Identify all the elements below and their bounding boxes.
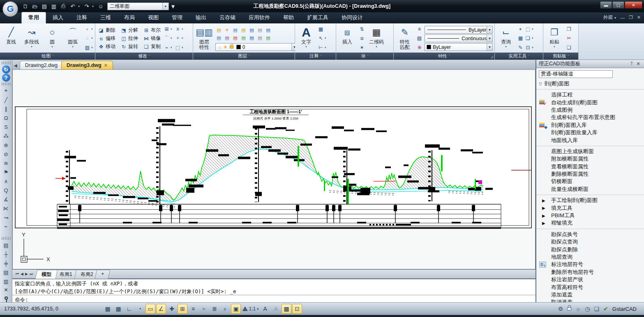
panel-item-附加横断面属性[interactable]: 附加横断面属性 [536,155,644,163]
draw-extra-icon-2[interactable]: ▨ [84,44,91,51]
annotation-auto-toggle[interactable]: A [260,304,270,314]
panel-item-添加遮盖[interactable]: 添加遮盖 [536,291,644,299]
lineweight-combobox[interactable]: ByLayer▼ [425,26,493,34]
user-icon[interactable]: ☺ [97,2,105,10]
chevron-down-icon[interactable]: ▼ [162,3,169,10]
lock-ui-icon[interactable] [567,307,571,310]
text-button[interactable]: A文字▾ [297,25,316,52]
ribbon-tab-扩展工具[interactable]: 扩展工具 [300,12,335,23]
settings-icon[interactable]: ⚙ [558,306,563,312]
annotation-visibility-toggle[interactable]: A [271,304,281,314]
snap-tool-icon-15[interactable]: ⌁ [1,222,11,231]
panel-item-标注地层符号[interactable]: ①₂标注地层符号 [536,261,644,268]
panel-label-layer[interactable]: 图层ˇ [193,53,295,60]
draw-直线-button[interactable]: ╱直线 [2,25,21,52]
layer-tool-icon-3[interactable]: ▤ [240,27,247,34]
toolbar-grip[interactable] [2,83,11,85]
qrcode-button[interactable]: ▦二维码▾ [367,25,386,52]
utilities-icon-0[interactable]: ⌖ [517,26,524,33]
properties-toggle[interactable]: ≣ [210,304,219,314]
layout-tab-模型[interactable]: 模型 [35,270,58,279]
panel-label-modify[interactable]: 修改ˇ [95,53,193,60]
layer-combobox[interactable]: ☼☀0▼ [215,43,298,51]
section-tool-icon-1[interactable]: ┼ [1,250,11,259]
panel-close-icon[interactable]: ✕ [635,61,642,67]
doc-minimize-icon[interactable]: — [620,15,625,20]
snap-tool-icon-10[interactable]: ∧ [1,177,11,186]
dynamic-input-toggle[interactable]: ⊞ [178,304,187,314]
ribbon-tab-帮助[interactable]: 帮助 [277,12,300,23]
modify-布尔-button[interactable]: ⊞布尔 [142,26,162,34]
draw-extra-icon-1[interactable]: ◌ [84,35,91,42]
snap-tool-icon-12[interactable]: ∡ [1,195,11,204]
panel-item-取消遮盖[interactable]: 取消遮盖 [536,299,644,302]
section-tool-icon-2[interactable]: ╪ [1,259,11,268]
collapse-icon[interactable]: ▽ [539,82,542,86]
close-button[interactable]: ✕ [625,1,642,9]
modify-拉伸-button[interactable]: ◫拉伸 [120,34,139,43]
help-icon[interactable]: ? [2,74,10,82]
annotate-extra-icon-2[interactable]: ⊢ [317,44,324,51]
panel-item-勘探点删除[interactable]: 勘探点删除 [536,246,644,253]
undo-icon[interactable]: ↶ [69,2,77,10]
modify-extra-icon-2[interactable]: ⌁ [163,44,170,51]
layer-tool-icon-11[interactable]: ▤ [248,34,255,41]
panel-item-标注岩层产状[interactable]: 标注岩层产状 [536,276,644,283]
snap-tool-icon-4[interactable]: S [1,122,11,131]
insert-block-button[interactable]: ⧈插入 [338,25,357,52]
panel-label-utilities[interactable]: 实用工具ˇ [495,53,543,60]
clean-screen-toggle[interactable]: ⊡ [292,304,302,314]
save-as-icon[interactable]: ▥ [50,2,58,10]
panel-item-勘探点查询[interactable]: 勘探点查询 [536,238,644,246]
command-line[interactable]: 指定窗口的角点，输入比例因子 (nX 或 nXP)，或者 [全部(A)/中心(C… [12,278,536,302]
panel-item-生成桥钻孔平面布置示意图[interactable]: 生成桥钻孔平面布置示意图 [536,114,644,121]
draw-圆-button[interactable]: ○圆▾ [43,25,62,52]
panel-item-删除横断面属性[interactable]: 删除横断面属性 [536,170,644,178]
panel-label-annotate[interactable]: 注释ˇ [295,53,336,60]
layer-properties-button[interactable]: ▤▥图层 特性 [195,25,214,52]
layer-tool-icon-10[interactable]: ▤ [240,34,247,41]
toolbar-grip[interactable] [2,237,11,240]
draw-extra-icon-0[interactable]: ▫ [84,26,91,33]
utilities-icon-4[interactable]: ❏ [524,35,531,42]
paste-button[interactable]: ❐粘贴▾ [545,25,564,52]
utilities-icon-2[interactable]: ✎ [517,44,524,51]
cut-icon[interactable]: ✂ [566,35,572,42]
ribbon-tab-协同设计[interactable]: 协同设计 [335,12,369,23]
dialog-launcher-icon[interactable]: ◿ [491,55,493,59]
snap-tool-icon-7[interactable]: ⊘ [1,149,11,158]
block-extra-icon-1[interactable]: ⧈ [358,35,365,42]
panel-item-褶皱填充[interactable]: ▶褶皱填充 [536,219,644,227]
utilities-icon-1[interactable]: ▦ [517,35,524,42]
layout-tab-+[interactable]: + [95,270,111,279]
section-tool-icon-4[interactable]: ▥ [1,277,11,286]
properties-extra-icon-1[interactable]: ▤ [416,35,423,42]
grid-toggle[interactable]: ▦ [113,304,123,314]
chevron-down-icon[interactable]: ▼ [487,35,492,42]
block-extra-icon-0[interactable]: ⇅ [358,26,365,33]
snap-tool-icon-8[interactable]: ≋ [1,158,11,168]
crosshair-toggle[interactable]: ✚ [167,304,177,314]
panel-item-布置高程符号[interactable]: 布置高程符号 [536,283,644,291]
panel-item-剖(断)面图入库[interactable]: ◆剖(断)面图入库 [536,122,644,129]
ortho-toggle[interactable]: ∟ [124,304,134,314]
isolate-toggle[interactable]: ▩ [282,304,291,314]
draw-多段线-button[interactable]: ↝多段线▾ [22,25,41,52]
appearance-menu[interactable]: 外观 ▾ [603,14,616,21]
chevron-down-icon[interactable]: ▾ [91,28,95,31]
ribbon-tab-输出[interactable]: 输出 [189,12,213,23]
viewport-toggle[interactable]: ▣ [231,304,241,314]
chevron-down-icon[interactable]: ▾ [91,37,95,40]
ribbon-tab-布局[interactable]: 布局 [118,12,141,23]
layer-tool-icon-13[interactable]: ▤ [265,34,272,41]
quickview-toggle[interactable]: ⌕ [220,304,230,314]
ribbon-tab-注释[interactable]: 注释 [70,12,94,23]
color-combobox[interactable]: ByLayer▼ [425,43,493,51]
layer-tool-icon-9[interactable]: ▤ [232,34,239,41]
panel-item-查看横断面属性[interactable]: 查看横断面属性 [536,163,644,170]
save-icon[interactable]: ▤ [40,2,48,10]
modify-extra-icon-4[interactable]: ÷ [174,35,181,42]
modify-镜像-button[interactable]: ⋈镜像 [142,34,162,43]
layout-nav-icon[interactable]: ◀ [21,272,23,276]
sync-time-icon[interactable]: ◷ [585,306,590,312]
